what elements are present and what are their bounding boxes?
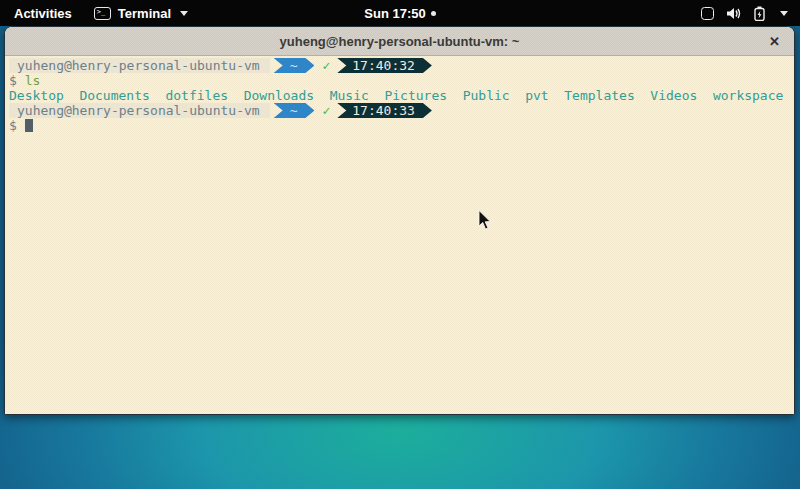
typed-command: ls bbox=[25, 73, 41, 88]
battery-charging-icon bbox=[754, 6, 765, 21]
caret-down-icon bbox=[180, 11, 188, 16]
mouse-pointer bbox=[478, 210, 493, 231]
ls-item: dotfiles bbox=[165, 88, 228, 103]
ls-item: Downloads bbox=[244, 88, 314, 103]
activities-button[interactable]: Activities bbox=[14, 6, 72, 21]
terminal-icon: >_ bbox=[94, 7, 111, 20]
notification-dot-icon bbox=[431, 11, 436, 16]
ls-item: pvt bbox=[525, 88, 548, 103]
prompt-status-check-icon: ✓ bbox=[322, 58, 330, 73]
ls-item: Videos bbox=[650, 88, 697, 103]
clock[interactable]: Sun 17:50 bbox=[364, 6, 425, 21]
prompt-line-2: yuheng@henry-personal-ubuntu-vm ~ ✓ 17:4… bbox=[9, 103, 794, 118]
ls-item: Templates bbox=[564, 88, 634, 103]
gnome-top-bar: Activities >_ Terminal Sun 17:50 bbox=[0, 0, 800, 26]
app-menu-label: Terminal bbox=[118, 6, 171, 21]
terminal-content[interactable]: yuheng@henry-personal-ubuntu-vm ~ ✓ 17:4… bbox=[5, 56, 794, 415]
window-title: yuheng@henry-personal-ubuntu-vm: ~ bbox=[280, 34, 520, 49]
prompt-time-flag: 17:40:33 bbox=[337, 103, 432, 118]
text-cursor bbox=[25, 119, 33, 132]
ls-item: Music bbox=[330, 88, 369, 103]
ls-item: Documents bbox=[79, 88, 149, 103]
prompt-user-host: yuheng@henry-personal-ubuntu-vm bbox=[9, 103, 270, 118]
command-line: $ ls bbox=[9, 73, 794, 88]
screencast-icon bbox=[701, 7, 714, 20]
chevron-down-icon bbox=[780, 11, 788, 16]
ls-item: Pictures bbox=[384, 88, 447, 103]
close-button[interactable]: ✕ bbox=[769, 27, 780, 55]
current-input-line[interactable]: $ bbox=[9, 118, 794, 133]
prompt-user-host: yuheng@henry-personal-ubuntu-vm bbox=[9, 58, 270, 73]
prompt-symbol: $ bbox=[9, 118, 17, 133]
prompt-cwd-flag: ~ bbox=[274, 103, 315, 118]
prompt-line-1: yuheng@henry-personal-ubuntu-vm ~ ✓ 17:4… bbox=[9, 58, 794, 73]
ls-output-line: Desktop Documents dotfiles Downloads Mus… bbox=[9, 88, 794, 103]
volume-icon bbox=[727, 7, 741, 20]
ls-item: Public bbox=[463, 88, 510, 103]
prompt-cwd-flag: ~ bbox=[274, 58, 315, 73]
ls-item: Desktop bbox=[9, 88, 64, 103]
app-menu-terminal[interactable]: >_ Terminal bbox=[94, 6, 188, 21]
system-status-area[interactable] bbox=[701, 0, 800, 26]
terminal-window: yuheng@henry-personal-ubuntu-vm: ~ ✕ yuh… bbox=[4, 26, 795, 415]
ls-item: workspace bbox=[713, 88, 783, 103]
window-titlebar[interactable]: yuheng@henry-personal-ubuntu-vm: ~ ✕ bbox=[5, 27, 794, 56]
prompt-status-check-icon: ✓ bbox=[322, 103, 330, 118]
prompt-time-flag: 17:40:32 bbox=[337, 58, 432, 73]
prompt-symbol: $ bbox=[9, 73, 17, 88]
